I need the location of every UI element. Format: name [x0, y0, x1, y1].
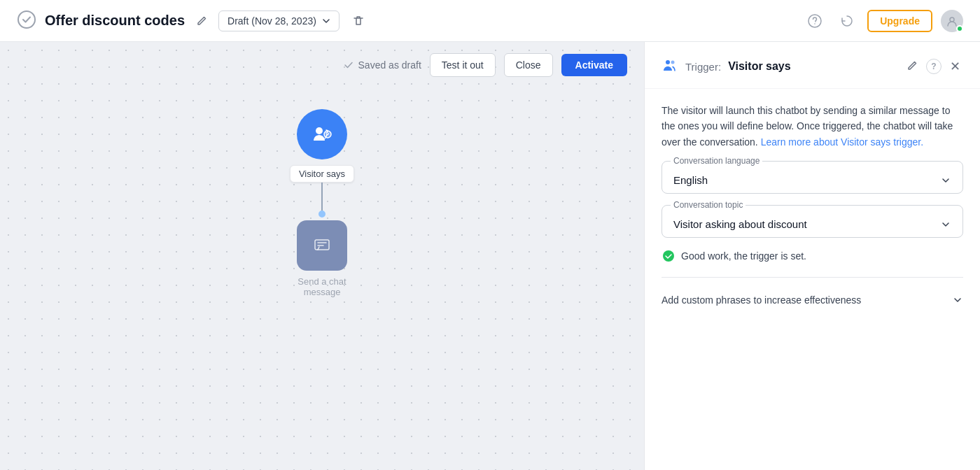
svg-point-3: [950, 17, 954, 22]
main-area: Saved as draft Test it out Close Activat…: [0, 42, 980, 470]
language-dropdown[interactable]: Conversation language English: [662, 161, 963, 194]
activate-button[interactable]: Activate: [561, 54, 627, 76]
connector: [318, 183, 326, 218]
topic-label: Conversation topic: [671, 200, 746, 210]
close-button[interactable]: Close: [504, 53, 553, 77]
chevron-down-icon: [322, 17, 330, 25]
visitor-icon: [309, 122, 335, 147]
draft-dropdown-button[interactable]: Draft (Nov 28, 2023): [218, 10, 340, 31]
page-title: Offer discount codes: [45, 13, 185, 29]
svg-point-0: [18, 11, 35, 28]
success-row: Good work, the trigger is set.: [662, 249, 963, 263]
svg-point-4: [316, 127, 323, 134]
topic-field: Conversation topic Visitor asking about …: [662, 205, 963, 238]
saved-draft-status: Saved as draft: [343, 59, 421, 71]
trigger-prefix: Trigger:: [685, 61, 721, 73]
visitor-says-node[interactable]: Visitor says: [290, 109, 354, 183]
panel-header-actions: ? ✕: [904, 56, 963, 77]
navbar-right: Upgrade: [803, 9, 963, 33]
trash-icon: [352, 15, 365, 27]
topic-value: Visitor asking about discount: [673, 218, 807, 230]
language-field: Conversation language English: [662, 161, 963, 194]
chat-message-label: Send a chat message: [287, 276, 357, 297]
question-icon: [807, 13, 822, 29]
panel-header: Trigger: Visitor says ? ✕: [645, 42, 980, 89]
canvas-area: Saved as draft Test it out Close Activat…: [0, 42, 644, 470]
pencil-icon: [906, 60, 918, 71]
refresh-button[interactable]: [835, 9, 859, 33]
chat-icon: [311, 234, 333, 257]
flow-container: Visitor says Send a chat message: [0, 88, 644, 470]
expand-phrases-row[interactable]: Add custom phrases to increase effective…: [662, 292, 963, 308]
language-value: English: [673, 174, 708, 186]
topic-chevron-icon: [940, 219, 951, 230]
svg-point-10: [671, 61, 675, 64]
test-button[interactable]: Test it out: [430, 53, 496, 77]
svg-point-11: [663, 250, 674, 262]
online-indicator: [956, 25, 963, 32]
user-icon: [946, 15, 958, 27]
panel-header-left: Trigger: Visitor says: [662, 57, 791, 76]
trigger-icon: [662, 57, 678, 76]
side-panel: Trigger: Visitor says ? ✕ The visitor wi…: [644, 42, 980, 470]
avatar: [941, 10, 963, 32]
action-bar: Saved as draft Test it out Close Activat…: [0, 42, 644, 88]
expand-phrases-label: Add custom phrases to increase effective…: [662, 294, 861, 306]
navbar: Offer discount codes Draft (Nov 28, 2023…: [0, 0, 980, 42]
panel-help-button[interactable]: ?: [926, 59, 941, 74]
divider: [662, 277, 963, 278]
check-circle-icon: [17, 10, 36, 32]
success-check-icon: [662, 249, 676, 263]
chat-message-icon: [297, 220, 347, 271]
panel-close-button[interactable]: ✕: [947, 56, 963, 77]
help-button[interactable]: [803, 9, 827, 33]
success-text: Good work, the trigger is set.: [681, 250, 806, 262]
users-icon: [662, 57, 678, 73]
trigger-name: Visitor says: [728, 60, 791, 73]
draft-label: Draft (Nov 28, 2023): [227, 15, 316, 27]
topic-dropdown[interactable]: Conversation topic Visitor asking about …: [662, 205, 963, 238]
upgrade-button[interactable]: Upgrade: [867, 10, 932, 32]
language-label: Conversation language: [671, 156, 762, 166]
refresh-icon: [839, 13, 855, 29]
panel-edit-button[interactable]: [904, 57, 920, 76]
chat-message-node[interactable]: Send a chat message: [287, 220, 357, 297]
svg-point-1: [808, 15, 821, 27]
panel-body: The visitor will launch this chatbot by …: [645, 89, 980, 322]
delete-button[interactable]: [348, 10, 369, 31]
saved-draft-label: Saved as draft: [358, 59, 421, 71]
connector-line: [321, 183, 323, 211]
visitor-says-label: Visitor says: [290, 165, 354, 183]
svg-rect-6: [315, 240, 329, 250]
svg-point-2: [814, 23, 816, 24]
svg-point-9: [666, 60, 670, 64]
visitor-says-icon: [297, 109, 347, 159]
connector-dot: [318, 211, 326, 218]
edit-title-button[interactable]: [193, 13, 210, 29]
expand-chevron-icon: [952, 294, 963, 306]
learn-more-link[interactable]: Learn more about Visitor says trigger.: [761, 136, 923, 148]
check-icon: [343, 59, 354, 71]
language-chevron-icon: [940, 175, 951, 186]
navbar-left: Offer discount codes Draft (Nov 28, 2023…: [17, 10, 803, 32]
trigger-description: The visitor will launch this chatbot by …: [662, 103, 963, 150]
